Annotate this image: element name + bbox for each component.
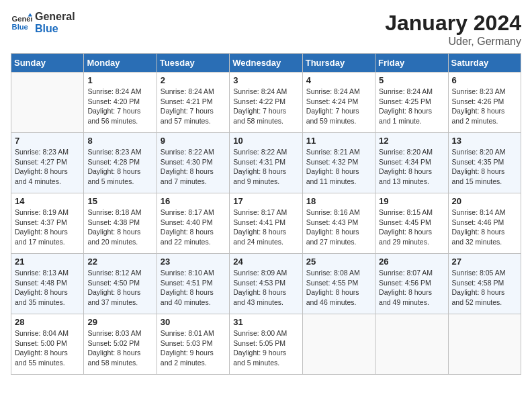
day-number: 16: [161, 196, 226, 206]
calendar-cell: 2Sunrise: 8:24 AMSunset: 4:21 PMDaylight…: [157, 73, 229, 133]
day-number: 6: [452, 75, 517, 85]
day-info: Sunrise: 8:19 AMSunset: 4:37 PMDaylight:…: [15, 208, 80, 247]
calendar-cell: 11Sunrise: 8:21 AMSunset: 4:32 PMDayligh…: [302, 133, 375, 193]
page-title: January 2024: [385, 11, 521, 36]
day-info: Sunrise: 8:24 AMSunset: 4:24 PMDaylight:…: [306, 87, 371, 126]
calendar-cell: [302, 314, 375, 375]
day-info: Sunrise: 8:21 AMSunset: 4:32 PMDaylight:…: [306, 147, 371, 187]
weekday-header: Friday: [375, 54, 448, 73]
day-number: 9: [161, 136, 226, 146]
day-info: Sunrise: 8:17 AMSunset: 4:40 PMDaylight:…: [161, 208, 226, 247]
day-number: 13: [452, 136, 517, 146]
day-info: Sunrise: 8:04 AMSunset: 5:00 PMDaylight:…: [15, 328, 80, 368]
day-number: 11: [306, 136, 371, 146]
page-subtitle: Uder, Germany: [385, 36, 521, 48]
day-info: Sunrise: 8:09 AMSunset: 4:53 PMDaylight:…: [233, 268, 298, 308]
day-info: Sunrise: 8:24 AMSunset: 4:20 PMDaylight:…: [87, 87, 152, 126]
title-block: January 2024 Uder, Germany: [385, 11, 521, 48]
calendar-cell: 27Sunrise: 8:05 AMSunset: 4:58 PMDayligh…: [448, 254, 521, 314]
page-header: General Blue General Blue January 2024 U…: [11, 11, 521, 48]
calendar-cell: 7Sunrise: 8:23 AMSunset: 4:27 PMDaylight…: [11, 133, 84, 193]
weekday-header: Tuesday: [157, 54, 229, 73]
calendar-cell: [448, 314, 521, 375]
logo-general: General: [35, 11, 75, 23]
calendar-cell: 22Sunrise: 8:12 AMSunset: 4:50 PMDayligh…: [84, 254, 157, 314]
calendar-cell: 5Sunrise: 8:24 AMSunset: 4:25 PMDaylight…: [375, 73, 448, 133]
calendar-cell: 15Sunrise: 8:18 AMSunset: 4:38 PMDayligh…: [84, 193, 157, 254]
day-number: 17: [233, 196, 298, 206]
day-info: Sunrise: 8:01 AMSunset: 5:03 PMDaylight:…: [161, 328, 226, 368]
calendar-cell: [11, 73, 84, 133]
day-info: Sunrise: 8:00 AMSunset: 5:05 PMDaylight:…: [233, 328, 298, 368]
day-number: 14: [15, 196, 80, 206]
calendar-cell: 3Sunrise: 8:24 AMSunset: 4:22 PMDaylight…: [230, 73, 302, 133]
day-number: 21: [15, 257, 80, 267]
svg-text:Blue: Blue: [12, 22, 28, 30]
day-number: 5: [379, 75, 444, 85]
day-info: Sunrise: 8:07 AMSunset: 4:56 PMDaylight:…: [379, 268, 444, 308]
day-number: 26: [379, 257, 444, 267]
calendar-cell: 21Sunrise: 8:13 AMSunset: 4:48 PMDayligh…: [11, 254, 84, 314]
calendar-cell: 31Sunrise: 8:00 AMSunset: 5:05 PMDayligh…: [230, 314, 302, 375]
day-info: Sunrise: 8:10 AMSunset: 4:51 PMDaylight:…: [161, 268, 226, 308]
day-info: Sunrise: 8:23 AMSunset: 4:26 PMDaylight:…: [452, 87, 517, 126]
day-info: Sunrise: 8:14 AMSunset: 4:46 PMDaylight:…: [452, 208, 517, 247]
weekday-header: Thursday: [302, 54, 375, 73]
calendar-cell: 12Sunrise: 8:20 AMSunset: 4:34 PMDayligh…: [375, 133, 448, 193]
day-info: Sunrise: 8:20 AMSunset: 4:35 PMDaylight:…: [452, 147, 517, 187]
calendar-table: SundayMondayTuesdayWednesdayThursdayFrid…: [11, 53, 521, 375]
calendar-cell: 25Sunrise: 8:08 AMSunset: 4:55 PMDayligh…: [302, 254, 375, 314]
day-info: Sunrise: 8:24 AMSunset: 4:22 PMDaylight:…: [233, 87, 298, 126]
day-info: Sunrise: 8:24 AMSunset: 4:25 PMDaylight:…: [379, 87, 444, 126]
day-number: 4: [306, 75, 371, 85]
weekday-header: Saturday: [448, 54, 521, 73]
day-info: Sunrise: 8:23 AMSunset: 4:28 PMDaylight:…: [87, 147, 152, 187]
calendar-cell: 29Sunrise: 8:03 AMSunset: 5:02 PMDayligh…: [84, 314, 157, 375]
day-info: Sunrise: 8:17 AMSunset: 4:41 PMDaylight:…: [233, 208, 298, 247]
day-info: Sunrise: 8:18 AMSunset: 4:38 PMDaylight:…: [87, 208, 152, 247]
calendar-cell: 19Sunrise: 8:15 AMSunset: 4:45 PMDayligh…: [375, 193, 448, 254]
day-info: Sunrise: 8:20 AMSunset: 4:34 PMDaylight:…: [379, 147, 444, 187]
day-number: 24: [233, 257, 298, 267]
day-number: 19: [379, 196, 444, 206]
logo-blue: Blue: [35, 23, 75, 35]
logo-icon: General Blue: [11, 12, 32, 34]
calendar-cell: 14Sunrise: 8:19 AMSunset: 4:37 PMDayligh…: [11, 193, 84, 254]
day-info: Sunrise: 8:22 AMSunset: 4:30 PMDaylight:…: [161, 147, 226, 187]
calendar-cell: [375, 314, 448, 375]
calendar-week-row: 14Sunrise: 8:19 AMSunset: 4:37 PMDayligh…: [11, 193, 521, 254]
calendar-week-row: 28Sunrise: 8:04 AMSunset: 5:00 PMDayligh…: [11, 314, 521, 375]
day-number: 27: [452, 257, 517, 267]
day-info: Sunrise: 8:03 AMSunset: 5:02 PMDaylight:…: [87, 328, 152, 368]
calendar-cell: 18Sunrise: 8:16 AMSunset: 4:43 PMDayligh…: [302, 193, 375, 254]
day-info: Sunrise: 8:24 AMSunset: 4:21 PMDaylight:…: [161, 87, 226, 126]
calendar-cell: 1Sunrise: 8:24 AMSunset: 4:20 PMDaylight…: [84, 73, 157, 133]
calendar-cell: 24Sunrise: 8:09 AMSunset: 4:53 PMDayligh…: [230, 254, 302, 314]
calendar-cell: 17Sunrise: 8:17 AMSunset: 4:41 PMDayligh…: [230, 193, 302, 254]
calendar-cell: 30Sunrise: 8:01 AMSunset: 5:03 PMDayligh…: [157, 314, 229, 375]
calendar-week-row: 21Sunrise: 8:13 AMSunset: 4:48 PMDayligh…: [11, 254, 521, 314]
day-number: 15: [87, 196, 152, 206]
logo: General Blue General Blue: [11, 11, 75, 34]
calendar-cell: 16Sunrise: 8:17 AMSunset: 4:40 PMDayligh…: [157, 193, 229, 254]
calendar-cell: 4Sunrise: 8:24 AMSunset: 4:24 PMDaylight…: [302, 73, 375, 133]
weekday-header: Wednesday: [230, 54, 302, 73]
calendar-cell: 6Sunrise: 8:23 AMSunset: 4:26 PMDaylight…: [448, 73, 521, 133]
day-info: Sunrise: 8:13 AMSunset: 4:48 PMDaylight:…: [15, 268, 80, 308]
day-number: 31: [233, 317, 298, 327]
day-number: 20: [452, 196, 517, 206]
weekday-header: Sunday: [11, 54, 84, 73]
calendar-cell: 8Sunrise: 8:23 AMSunset: 4:28 PMDaylight…: [84, 133, 157, 193]
day-number: 29: [87, 317, 152, 327]
day-number: 23: [161, 257, 226, 267]
calendar-cell: 20Sunrise: 8:14 AMSunset: 4:46 PMDayligh…: [448, 193, 521, 254]
weekday-header: Monday: [84, 54, 157, 73]
day-info: Sunrise: 8:15 AMSunset: 4:45 PMDaylight:…: [379, 208, 444, 247]
calendar-cell: 9Sunrise: 8:22 AMSunset: 4:30 PMDaylight…: [157, 133, 229, 193]
calendar-week-row: 1Sunrise: 8:24 AMSunset: 4:20 PMDaylight…: [11, 73, 521, 133]
day-number: 7: [15, 136, 80, 146]
day-number: 10: [233, 136, 298, 146]
day-number: 30: [161, 317, 226, 327]
day-number: 1: [87, 75, 152, 85]
calendar-cell: 23Sunrise: 8:10 AMSunset: 4:51 PMDayligh…: [157, 254, 229, 314]
